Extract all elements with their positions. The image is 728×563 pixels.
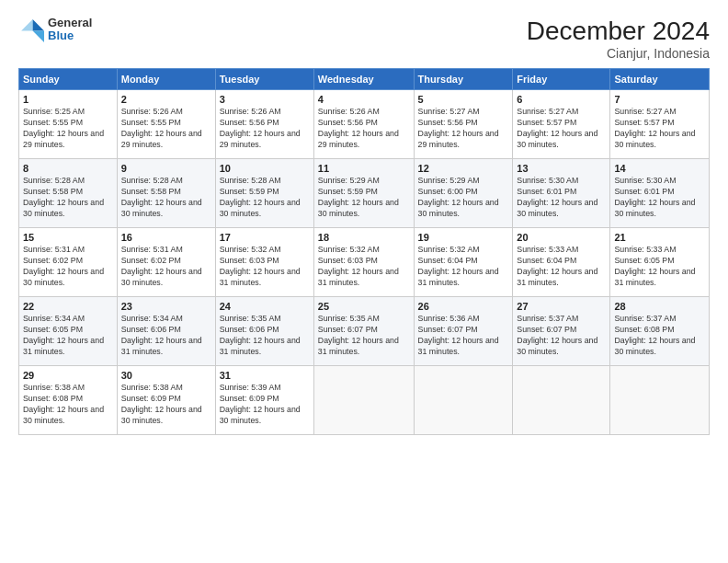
day-number: 24 — [220, 301, 310, 312]
day-info: Sunrise: 5:26 AMSunset: 5:56 PMDaylight:… — [220, 107, 310, 151]
table-row: 21Sunrise: 5:33 AMSunset: 6:05 PMDayligh… — [610, 228, 710, 297]
day-number: 16 — [121, 232, 211, 243]
calendar-week-row: 8Sunrise: 5:28 AMSunset: 5:58 PMDaylight… — [19, 159, 710, 228]
table-row: 17Sunrise: 5:32 AMSunset: 6:03 PMDayligh… — [215, 228, 313, 297]
table-row: 3Sunrise: 5:26 AMSunset: 5:56 PMDaylight… — [215, 90, 313, 159]
header-saturday: Saturday — [610, 69, 710, 90]
day-info: Sunrise: 5:28 AMSunset: 5:58 PMDaylight:… — [121, 176, 211, 220]
day-number: 21 — [614, 232, 705, 243]
table-row — [513, 366, 610, 435]
day-number: 23 — [121, 301, 211, 312]
day-number: 27 — [517, 301, 606, 312]
svg-marker-2 — [21, 19, 32, 30]
day-info: Sunrise: 5:38 AMSunset: 6:08 PMDaylight:… — [23, 383, 113, 427]
table-row: 18Sunrise: 5:32 AMSunset: 6:03 PMDayligh… — [313, 228, 414, 297]
table-row: 4Sunrise: 5:26 AMSunset: 5:56 PMDaylight… — [313, 90, 414, 159]
day-info: Sunrise: 5:26 AMSunset: 5:56 PMDaylight:… — [318, 107, 410, 151]
table-row: 1Sunrise: 5:25 AMSunset: 5:55 PMDaylight… — [19, 90, 118, 159]
svg-marker-1 — [33, 31, 44, 42]
table-row: 15Sunrise: 5:31 AMSunset: 6:02 PMDayligh… — [19, 228, 118, 297]
day-info: Sunrise: 5:29 AMSunset: 6:00 PMDaylight:… — [418, 176, 509, 220]
day-number: 29 — [23, 370, 113, 381]
day-number: 9 — [121, 163, 211, 174]
header-sunday: Sunday — [19, 69, 118, 90]
day-number: 28 — [614, 301, 705, 312]
logo-general: General — [48, 17, 92, 29]
svg-marker-0 — [33, 19, 44, 30]
table-row: 10Sunrise: 5:28 AMSunset: 5:59 PMDayligh… — [215, 159, 313, 228]
day-number: 4 — [318, 94, 410, 105]
calendar-week-row: 15Sunrise: 5:31 AMSunset: 6:02 PMDayligh… — [19, 228, 710, 297]
header-wednesday: Wednesday — [313, 69, 414, 90]
day-info: Sunrise: 5:33 AMSunset: 6:04 PMDaylight:… — [517, 245, 606, 289]
table-row — [313, 366, 414, 435]
table-row: 28Sunrise: 5:37 AMSunset: 6:08 PMDayligh… — [610, 297, 710, 366]
day-info: Sunrise: 5:37 AMSunset: 6:08 PMDaylight:… — [614, 314, 705, 358]
calendar-week-row: 22Sunrise: 5:34 AMSunset: 6:05 PMDayligh… — [19, 297, 710, 366]
day-number: 26 — [418, 301, 509, 312]
day-number: 13 — [517, 163, 606, 174]
table-row: 31Sunrise: 5:39 AMSunset: 6:09 PMDayligh… — [215, 366, 313, 435]
main-title: December 2024 — [527, 17, 710, 46]
logo-text: General Blue — [48, 17, 92, 43]
day-info: Sunrise: 5:35 AMSunset: 6:07 PMDaylight:… — [318, 314, 410, 358]
calendar-table: Sunday Monday Tuesday Wednesday Thursday… — [18, 68, 710, 435]
table-row: 25Sunrise: 5:35 AMSunset: 6:07 PMDayligh… — [313, 297, 414, 366]
day-info: Sunrise: 5:37 AMSunset: 6:07 PMDaylight:… — [517, 314, 606, 358]
calendar-week-row: 29Sunrise: 5:38 AMSunset: 6:08 PMDayligh… — [19, 366, 710, 435]
logo: General Blue — [18, 17, 92, 43]
day-info: Sunrise: 5:29 AMSunset: 5:59 PMDaylight:… — [318, 176, 410, 220]
day-number: 10 — [220, 163, 310, 174]
calendar-page: General Blue December 2024 Cianjur, Indo… — [0, 0, 728, 563]
day-number: 5 — [418, 94, 509, 105]
day-info: Sunrise: 5:30 AMSunset: 6:01 PMDaylight:… — [614, 176, 705, 220]
subtitle: Cianjur, Indonesia — [527, 46, 710, 61]
day-info: Sunrise: 5:26 AMSunset: 5:55 PMDaylight:… — [121, 107, 211, 151]
calendar-header-row: Sunday Monday Tuesday Wednesday Thursday… — [19, 69, 710, 90]
table-row: 20Sunrise: 5:33 AMSunset: 6:04 PMDayligh… — [513, 228, 610, 297]
table-row: 19Sunrise: 5:32 AMSunset: 6:04 PMDayligh… — [414, 228, 513, 297]
day-info: Sunrise: 5:32 AMSunset: 6:03 PMDaylight:… — [220, 245, 310, 289]
day-info: Sunrise: 5:31 AMSunset: 6:02 PMDaylight:… — [121, 245, 211, 289]
day-info: Sunrise: 5:33 AMSunset: 6:05 PMDaylight:… — [614, 245, 705, 289]
day-number: 22 — [23, 301, 113, 312]
day-number: 11 — [318, 163, 410, 174]
day-number: 8 — [23, 163, 113, 174]
table-row: 26Sunrise: 5:36 AMSunset: 6:07 PMDayligh… — [414, 297, 513, 366]
logo-icon — [18, 17, 44, 42]
day-number: 25 — [318, 301, 410, 312]
day-number: 2 — [121, 94, 211, 105]
day-info: Sunrise: 5:27 AMSunset: 5:57 PMDaylight:… — [517, 107, 606, 151]
header-tuesday: Tuesday — [215, 69, 313, 90]
table-row: 13Sunrise: 5:30 AMSunset: 6:01 PMDayligh… — [513, 159, 610, 228]
table-row: 22Sunrise: 5:34 AMSunset: 6:05 PMDayligh… — [19, 297, 118, 366]
day-info: Sunrise: 5:31 AMSunset: 6:02 PMDaylight:… — [23, 245, 113, 289]
day-number: 30 — [121, 370, 211, 381]
header-monday: Monday — [117, 69, 215, 90]
table-row: 6Sunrise: 5:27 AMSunset: 5:57 PMDaylight… — [513, 90, 610, 159]
day-number: 6 — [517, 94, 606, 105]
header-thursday: Thursday — [414, 69, 513, 90]
table-row: 29Sunrise: 5:38 AMSunset: 6:08 PMDayligh… — [19, 366, 118, 435]
day-info: Sunrise: 5:27 AMSunset: 5:56 PMDaylight:… — [418, 107, 509, 151]
day-number: 12 — [418, 163, 509, 174]
table-row: 7Sunrise: 5:27 AMSunset: 5:57 PMDaylight… — [610, 90, 710, 159]
header-friday: Friday — [513, 69, 610, 90]
logo-blue: Blue — [48, 29, 92, 42]
day-info: Sunrise: 5:39 AMSunset: 6:09 PMDaylight:… — [220, 383, 310, 427]
page-header: General Blue December 2024 Cianjur, Indo… — [18, 17, 710, 61]
calendar-week-row: 1Sunrise: 5:25 AMSunset: 5:55 PMDaylight… — [19, 90, 710, 159]
table-row: 9Sunrise: 5:28 AMSunset: 5:58 PMDaylight… — [117, 159, 215, 228]
day-number: 20 — [517, 232, 606, 243]
table-row: 8Sunrise: 5:28 AMSunset: 5:58 PMDaylight… — [19, 159, 118, 228]
table-row: 11Sunrise: 5:29 AMSunset: 5:59 PMDayligh… — [313, 159, 414, 228]
table-row: 23Sunrise: 5:34 AMSunset: 6:06 PMDayligh… — [117, 297, 215, 366]
day-info: Sunrise: 5:32 AMSunset: 6:03 PMDaylight:… — [318, 245, 410, 289]
day-info: Sunrise: 5:28 AMSunset: 5:58 PMDaylight:… — [23, 176, 113, 220]
table-row: 5Sunrise: 5:27 AMSunset: 5:56 PMDaylight… — [414, 90, 513, 159]
day-number: 7 — [614, 94, 705, 105]
day-info: Sunrise: 5:27 AMSunset: 5:57 PMDaylight:… — [614, 107, 705, 151]
day-info: Sunrise: 5:30 AMSunset: 6:01 PMDaylight:… — [517, 176, 606, 220]
day-number: 17 — [220, 232, 310, 243]
day-info: Sunrise: 5:35 AMSunset: 6:06 PMDaylight:… — [220, 314, 310, 358]
